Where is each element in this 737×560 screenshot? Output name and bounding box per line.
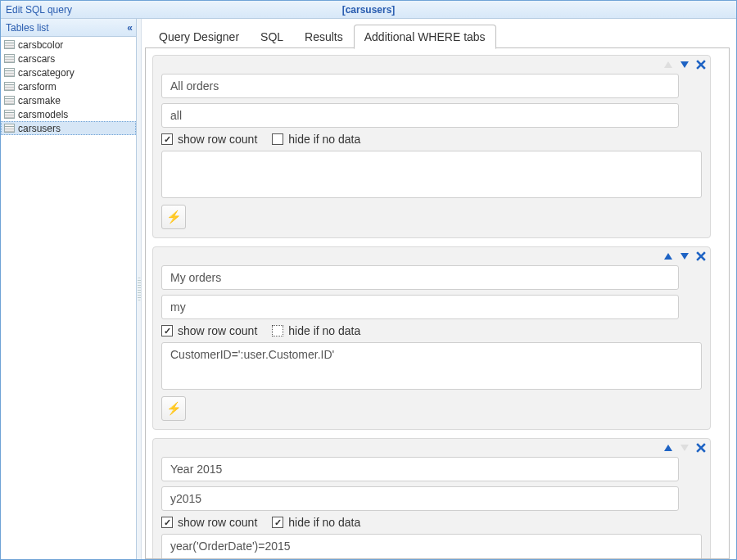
table-icon (4, 124, 15, 133)
main-panel: Query DesignerSQLResultsAdditional WHERE… (142, 19, 736, 559)
where-condition-input[interactable] (161, 342, 702, 390)
sidebar-title: Tables list (6, 22, 49, 34)
checkbox-icon (272, 325, 283, 336)
table-item-carsmodels[interactable]: carsmodels (1, 107, 136, 121)
table-item-label: carsusers (18, 123, 61, 134)
tables-list: carsbcolorcarscarscarscategorycarsformca… (1, 37, 136, 559)
table-item-label: carsmodels (18, 109, 68, 120)
tab-sql[interactable]: SQL (250, 25, 294, 48)
hide-if-no-data-checkbox[interactable]: hide if no data (272, 133, 360, 146)
table-icon (4, 82, 15, 91)
table-icon (4, 110, 15, 119)
svg-marker-0 (664, 61, 672, 68)
tab-title-input[interactable] (161, 457, 679, 481)
card-tools (662, 251, 707, 262)
table-item-label: carsmake (18, 95, 61, 106)
show-row-count-checkbox[interactable]: ✓show row count (161, 324, 257, 337)
svg-marker-4 (664, 445, 672, 451)
app-window: Edit SQL query [carsusers] Tables list «… (0, 0, 737, 560)
table-icon (4, 40, 15, 49)
splitter-grip-icon (138, 278, 141, 300)
checkbox-label: show row count (178, 133, 257, 146)
tab-results[interactable]: Results (294, 25, 354, 48)
tab-query-designer[interactable]: Query Designer (148, 25, 250, 48)
move-up-icon[interactable] (662, 442, 674, 454)
svg-marker-5 (680, 445, 689, 451)
tab-alias-input[interactable] (161, 103, 679, 128)
edit-sql-link[interactable]: Edit SQL query (1, 4, 72, 16)
where-tab-card: ✓show row counthide if no data⚡ (152, 246, 711, 430)
move-down-icon[interactable] (679, 59, 690, 70)
bolt-icon: ⚡ (166, 210, 182, 224)
move-up-icon (662, 59, 674, 70)
table-icon (4, 68, 15, 77)
table-item-label: carscategory (18, 67, 75, 79)
tab-title-input[interactable] (161, 265, 679, 290)
show-row-count-checkbox[interactable]: ✓show row count (161, 516, 257, 529)
card-options: ✓show row count✓hide if no data (161, 516, 702, 529)
tab-title-input[interactable] (161, 74, 679, 98)
card-options: ✓show row counthide if no data (161, 324, 702, 337)
checkbox-label: hide if no data (288, 516, 360, 529)
table-item-carsusers[interactable]: carsusers (1, 121, 136, 135)
sidebar-collapse-button[interactable]: « (127, 22, 131, 34)
hide-if-no-data-checkbox[interactable]: ✓hide if no data (272, 516, 360, 529)
tab-strip: Query DesignerSQLResultsAdditional WHERE… (145, 24, 730, 48)
where-condition-input[interactable] (161, 151, 702, 198)
checkbox-icon: ✓ (161, 325, 173, 336)
checkbox-icon: ✓ (272, 517, 283, 528)
table-item-carscategory[interactable]: carscategory (1, 65, 136, 79)
remove-icon[interactable] (695, 251, 707, 262)
context-name: [carsusers] (1, 4, 736, 16)
tab-content[interactable]: ✓show row counthide if no data⚡✓show row… (145, 48, 730, 559)
checkbox-icon: ✓ (161, 133, 173, 145)
where-tab-card: ✓show row counthide if no data⚡ (152, 55, 711, 238)
card-tools (662, 442, 707, 454)
titlebar: Edit SQL query [carsusers] (1, 1, 736, 19)
move-up-icon[interactable] (662, 251, 674, 262)
tab-additional-where-tabs[interactable]: Additional WHERE tabs (354, 25, 496, 49)
table-icon (4, 96, 15, 105)
show-row-count-checkbox[interactable]: ✓show row count (161, 133, 257, 146)
checkbox-label: hide if no data (288, 133, 360, 146)
card-tools (662, 59, 707, 70)
sidebar-header: Tables list « (1, 19, 136, 37)
table-item-carsform[interactable]: carsform (1, 79, 136, 93)
move-down-icon[interactable] (679, 251, 690, 262)
table-item-carsmake[interactable]: carsmake (1, 93, 136, 107)
table-icon (4, 54, 15, 63)
action-button[interactable]: ⚡ (161, 205, 186, 229)
checkbox-icon (272, 133, 283, 145)
svg-marker-3 (680, 253, 689, 260)
checkbox-label: show row count (178, 324, 257, 337)
checkbox-label: hide if no data (288, 324, 360, 337)
svg-marker-1 (680, 61, 689, 68)
move-down-icon (679, 442, 690, 454)
svg-marker-2 (664, 253, 672, 260)
table-item-label: carsform (18, 81, 57, 93)
checkbox-icon: ✓ (161, 517, 173, 528)
remove-icon[interactable] (695, 442, 707, 454)
where-condition-input[interactable] (161, 534, 702, 559)
body: Tables list « carsbcolorcarscarscarscate… (1, 19, 736, 559)
card-options: ✓show row counthide if no data (161, 133, 702, 146)
table-item-carsbcolor[interactable]: carsbcolor (1, 38, 136, 52)
tab-alias-input[interactable] (161, 295, 679, 319)
sidebar: Tables list « carsbcolorcarscarscarscate… (1, 19, 137, 559)
bolt-icon: ⚡ (166, 401, 182, 416)
remove-icon[interactable] (695, 59, 707, 70)
where-tab-card: ✓show row count✓hide if no data (152, 438, 711, 559)
tab-alias-input[interactable] (161, 486, 679, 511)
action-button[interactable]: ⚡ (161, 396, 186, 421)
table-item-label: carsbcolor (18, 39, 63, 51)
hide-if-no-data-checkbox[interactable]: hide if no data (272, 324, 360, 337)
table-item-carscars[interactable]: carscars (1, 52, 136, 65)
checkbox-label: show row count (178, 516, 257, 529)
table-item-label: carscars (18, 53, 55, 65)
